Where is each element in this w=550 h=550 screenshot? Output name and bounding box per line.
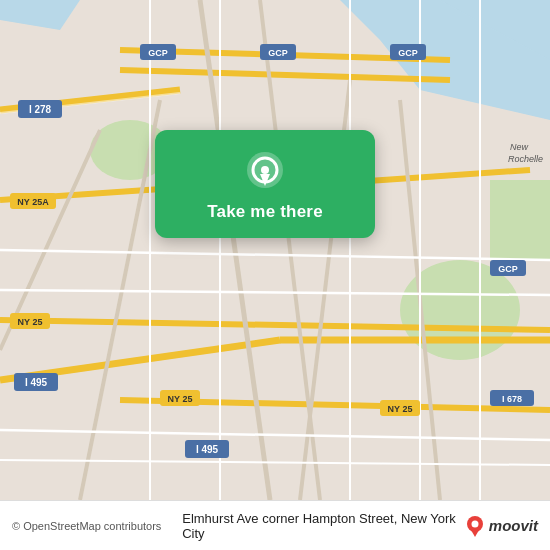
svg-text:I 495: I 495: [25, 377, 48, 388]
map-background: I 278 GCP GCP GCP NY 25A NY 25A NY 25 NY…: [0, 0, 550, 500]
svg-text:I 495: I 495: [196, 444, 219, 455]
svg-text:I 278: I 278: [29, 104, 52, 115]
svg-text:Rochelle: Rochelle: [508, 154, 543, 164]
svg-text:NY 25: NY 25: [168, 394, 193, 404]
svg-marker-66: [471, 530, 479, 537]
address-text: Elmhurst Ave corner Hampton Street, New …: [182, 511, 459, 541]
svg-text:NY 25A: NY 25A: [17, 197, 49, 207]
svg-text:GCP: GCP: [498, 264, 518, 274]
svg-text:NY 25: NY 25: [18, 317, 43, 327]
moovit-pin-icon: [465, 515, 485, 537]
svg-point-65: [471, 520, 478, 527]
copyright-text: © OpenStreetMap contributors: [12, 520, 161, 532]
svg-text:New: New: [510, 142, 529, 152]
svg-rect-6: [490, 180, 550, 260]
popup-card[interactable]: Take me there: [155, 130, 375, 238]
location-pin-icon: [243, 148, 287, 192]
bottom-bar: © OpenStreetMap contributors Elmhurst Av…: [0, 500, 550, 550]
svg-text:NY 25: NY 25: [388, 404, 413, 414]
svg-text:GCP: GCP: [268, 48, 288, 58]
moovit-logo: moovit: [465, 515, 538, 537]
moovit-wordmark: moovit: [489, 517, 538, 534]
svg-point-62: [261, 166, 269, 174]
svg-text:I 678: I 678: [502, 394, 522, 404]
svg-text:GCP: GCP: [148, 48, 168, 58]
svg-text:GCP: GCP: [398, 48, 418, 58]
map-container: I 278 GCP GCP GCP NY 25A NY 25A NY 25 NY…: [0, 0, 550, 500]
take-me-there-label: Take me there: [207, 202, 323, 222]
